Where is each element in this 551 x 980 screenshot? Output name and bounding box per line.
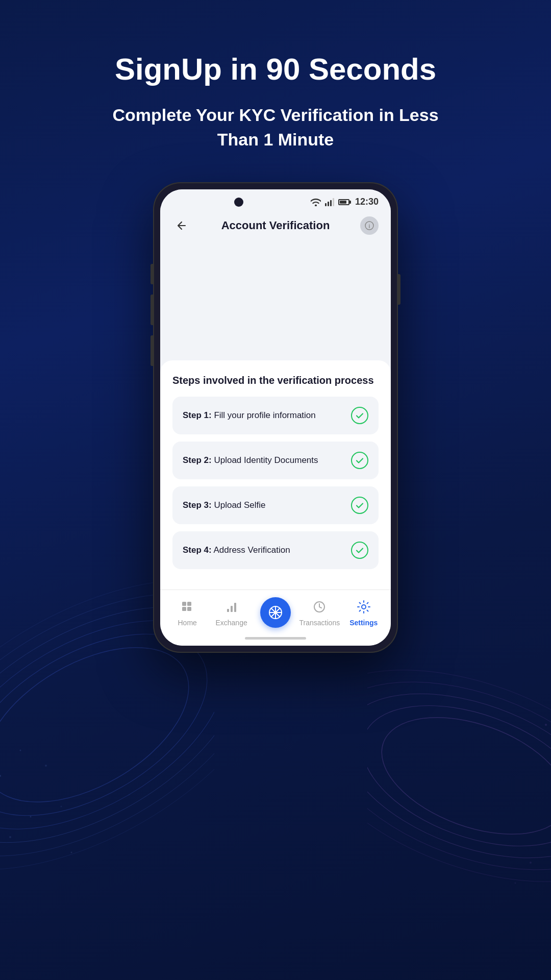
step-1-description: Fill your profile information <box>214 410 315 420</box>
svg-point-20 <box>367 648 551 903</box>
camera-dot <box>234 198 243 207</box>
volume-button-right <box>398 274 400 305</box>
wifi-icon <box>311 198 321 206</box>
svg-rect-30 <box>328 202 329 206</box>
step-1-label: Step 1: <box>183 410 212 420</box>
info-button[interactable]: i <box>360 216 379 235</box>
status-icons: 12:30 <box>311 197 379 207</box>
back-button[interactable] <box>172 216 191 235</box>
nav-item-home[interactable]: Home <box>167 598 208 627</box>
app-header: Account Verification i <box>160 211 391 243</box>
power-button-left <box>151 264 153 284</box>
steps-section: Steps involved in the verification proce… <box>160 360 391 590</box>
svg-point-25 <box>530 862 532 864</box>
svg-point-19 <box>367 648 551 903</box>
svg-rect-32 <box>333 198 334 206</box>
svg-point-10 <box>9 836 11 838</box>
status-time: 12:30 <box>355 197 379 207</box>
nav-item-exchange[interactable]: Exchange <box>211 598 252 627</box>
svg-point-12 <box>45 765 47 767</box>
step-3-description: Upload Selfie <box>214 500 265 510</box>
step-4-description: Address Verification <box>213 545 290 555</box>
transactions-icon <box>311 598 328 616</box>
home-icon <box>179 598 196 616</box>
step-1-item[interactable]: Step 1: Fill your profile information <box>172 397 379 434</box>
signal-icon <box>325 198 334 206</box>
svg-rect-39 <box>227 609 229 612</box>
page-headline: SignUp in 90 Seconds <box>115 51 436 88</box>
svg-rect-29 <box>325 203 327 206</box>
step-1-check-icon <box>351 407 368 424</box>
step-3-text: Step 3: Upload Selfie <box>183 500 266 510</box>
step-4-text: Step 4: Address Verification <box>183 545 290 555</box>
svg-point-48 <box>362 605 366 609</box>
svg-point-11 <box>61 806 62 807</box>
svg-rect-35 <box>182 602 186 606</box>
step-3-label: Step 3: <box>183 500 212 510</box>
svg-rect-36 <box>187 602 191 606</box>
step-2-label: Step 2: <box>183 455 212 465</box>
nav-settings-label: Settings <box>349 619 378 627</box>
status-bar: 12:30 <box>160 189 391 211</box>
exchange-icon <box>223 598 240 616</box>
svg-text:i: i <box>369 224 370 229</box>
step-2-item[interactable]: Step 2: Upload Identity Documents <box>172 442 379 479</box>
home-indicator <box>160 633 391 646</box>
home-indicator-bar <box>245 637 306 640</box>
nav-transactions-label: Transactions <box>299 619 340 627</box>
bottom-nav: Home Exchange <box>160 590 391 633</box>
svg-point-6 <box>0 775 1 777</box>
settings-icon <box>355 598 372 616</box>
svg-rect-41 <box>234 603 236 612</box>
step-1-text: Step 1: Fill your profile information <box>183 410 316 421</box>
step-2-check-icon <box>351 452 368 469</box>
svg-point-9 <box>30 816 32 818</box>
svg-rect-31 <box>330 200 332 206</box>
phone-mockup: 12:30 Account Verification i <box>153 182 398 653</box>
phone-screen: 12:30 Account Verification i <box>160 189 391 646</box>
steps-section-title: Steps involved in the verification proce… <box>172 375 379 386</box>
volume-up-button <box>151 295 153 325</box>
battery-icon <box>338 199 349 205</box>
nav-item-transactions[interactable]: Transactions <box>299 598 340 627</box>
center-button[interactable] <box>260 597 291 628</box>
volume-down-button <box>151 335 153 366</box>
nav-item-center[interactable] <box>255 597 296 628</box>
step-2-description: Upload Identity Documents <box>214 455 318 465</box>
svg-point-21 <box>545 724 547 726</box>
svg-rect-38 <box>187 607 191 611</box>
illustration-area <box>160 243 391 360</box>
step-4-item[interactable]: Step 4: Address Verification <box>172 531 379 569</box>
step-2-text: Step 2: Upload Identity Documents <box>183 455 318 465</box>
step-3-item[interactable]: Step 3: Upload Selfie <box>172 486 379 524</box>
nav-home-label: Home <box>178 619 197 627</box>
svg-point-7 <box>20 750 21 751</box>
page-subtitle: Complete Your KYC Verification in Less T… <box>102 103 449 152</box>
svg-rect-40 <box>231 606 233 612</box>
step-4-check-icon <box>351 542 368 559</box>
svg-point-15 <box>71 852 72 853</box>
svg-point-26 <box>515 883 516 884</box>
status-bar-left <box>172 198 306 207</box>
svg-rect-37 <box>182 607 186 611</box>
step-3-check-icon <box>351 497 368 514</box>
app-header-title: Account Verification <box>221 219 330 232</box>
step-4-label: Step 4: <box>183 545 212 555</box>
nav-item-settings[interactable]: Settings <box>343 598 384 627</box>
page-container: SignUp in 90 Seconds Complete Your KYC V… <box>0 0 551 653</box>
svg-point-18 <box>367 662 551 890</box>
nav-exchange-label: Exchange <box>215 619 247 627</box>
